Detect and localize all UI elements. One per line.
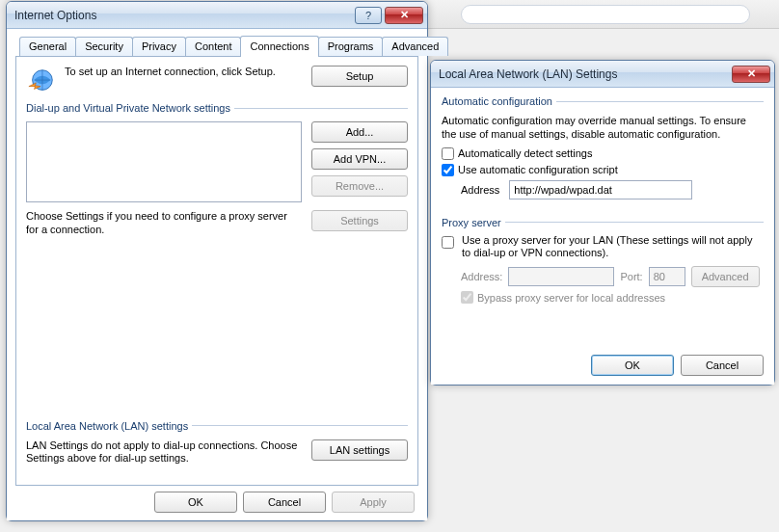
setup-button[interactable]: Setup [311, 66, 408, 87]
tab-programs[interactable]: Programs [318, 37, 384, 56]
choose-settings-text: Choose Settings if you need to configure… [26, 210, 302, 237]
settings-button: Settings [311, 210, 408, 231]
close-button[interactable]: ✕ [732, 66, 770, 83]
close-icon: ✕ [747, 67, 756, 80]
tab-privacy[interactable]: Privacy [132, 37, 186, 56]
use-proxy-label[interactable]: Use a proxy server for your LAN (These s… [462, 234, 764, 261]
script-address-label: Address [461, 184, 499, 196]
tab-security[interactable]: Security [75, 37, 133, 56]
lan-settings-titlebar[interactable]: Local Area Network (LAN) Settings ✕ [431, 61, 774, 88]
add-vpn-button[interactable]: Add VPN... [311, 148, 408, 170]
automatic-configuration-legend: Automatic configuration [442, 95, 556, 107]
dialog-bottom-buttons: OK Cancel Apply [15, 486, 418, 513]
setup-text: To set up an Internet connection, click … [65, 66, 304, 79]
ok-button[interactable]: OK [591, 355, 674, 376]
add-button[interactable]: Add... [311, 121, 408, 143]
proxy-address-input [508, 267, 614, 286]
ok-button[interactable]: OK [154, 492, 237, 513]
help-button[interactable]: ? [355, 7, 382, 24]
dialup-vpn-legend: Dial-up and Virtual Private Network sett… [26, 102, 234, 114]
proxy-server-legend: Proxy server [442, 217, 505, 228]
proxy-port-input [649, 267, 685, 286]
cancel-button[interactable]: Cancel [681, 355, 764, 376]
apply-button: Apply [332, 492, 415, 513]
lan-settings-button[interactable]: LAN settings [311, 439, 408, 461]
auto-config-hint: Automatic configuration may override man… [442, 115, 764, 142]
tab-connections[interactable]: Connections [240, 36, 318, 57]
close-icon: ✕ [400, 9, 409, 21]
internet-options-dialog: Internet Options ? ✕ General Security Pr… [6, 1, 428, 521]
lan-legend: Local Area Network (LAN) settings [26, 420, 192, 432]
remove-button: Remove... [311, 175, 408, 197]
lan-settings-dialog: Local Area Network (LAN) Settings ✕ Auto… [430, 60, 775, 386]
connections-listbox[interactable] [26, 121, 302, 202]
background-address-field [461, 5, 750, 24]
close-button[interactable]: ✕ [385, 7, 423, 24]
use-script-label[interactable]: Use automatic configuration script [458, 164, 618, 175]
auto-detect-checkbox[interactable] [442, 147, 454, 160]
cancel-button[interactable]: Cancel [243, 492, 326, 513]
proxy-advanced-button: Advanced [691, 266, 760, 287]
tab-general[interactable]: General [19, 37, 76, 56]
lan-text: LAN Settings do not apply to dial-up con… [26, 439, 302, 466]
tab-content[interactable]: Content [185, 37, 242, 56]
bypass-proxy-label: Bypass proxy server for local addresses [477, 292, 665, 304]
globe-icon [26, 66, 57, 96]
background-browser-strip [428, 0, 779, 29]
lan-settings-title: Local Area Network (LAN) Settings [439, 67, 729, 81]
lan-group: Local Area Network (LAN) settings LAN Se… [26, 420, 408, 466]
proxy-port-label: Port: [620, 271, 642, 282]
help-icon: ? [365, 10, 371, 21]
automatic-configuration-group: Automatic configuration Automatic config… [442, 95, 764, 201]
connections-tabpage: To set up an Internet connection, click … [15, 56, 418, 486]
lan-bottom-buttons: OK Cancel [442, 355, 764, 376]
tab-advanced[interactable]: Advanced [382, 37, 448, 56]
bypass-proxy-checkbox [461, 291, 473, 304]
use-proxy-checkbox[interactable] [442, 236, 454, 249]
tabstrip: General Security Privacy Content Connect… [15, 35, 418, 57]
dialup-vpn-group: Dial-up and Virtual Private Network sett… [26, 102, 408, 237]
auto-detect-label[interactable]: Automatically detect settings [458, 147, 592, 159]
script-address-input[interactable] [509, 180, 692, 200]
proxy-server-group: Proxy server Use a proxy server for your… [442, 217, 764, 305]
internet-options-title: Internet Options [14, 9, 352, 22]
internet-options-titlebar[interactable]: Internet Options ? ✕ [7, 2, 427, 29]
use-script-checkbox[interactable] [442, 164, 454, 176]
proxy-address-label: Address: [461, 271, 502, 282]
